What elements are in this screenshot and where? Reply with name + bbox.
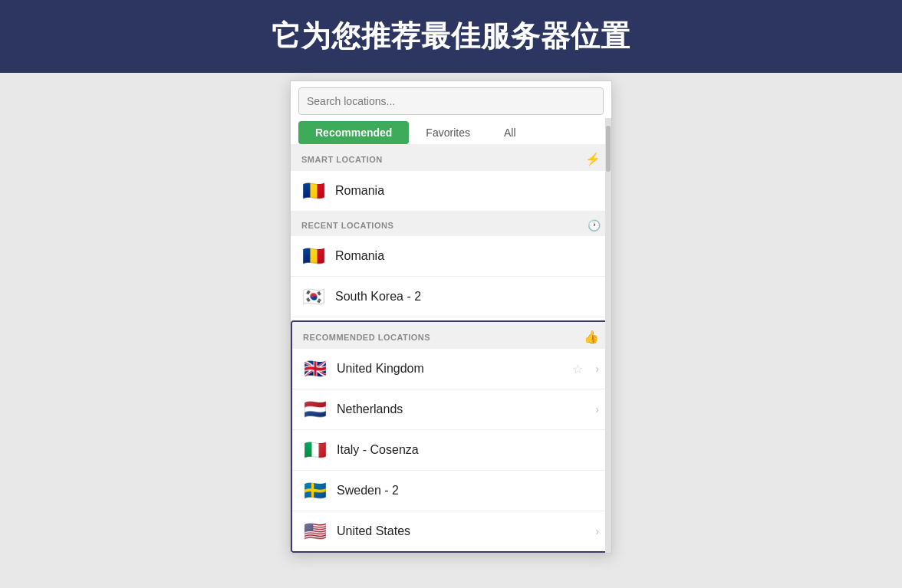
uk-flag: 🇬🇧 — [303, 358, 328, 379]
netherlands-name: Netherlands — [337, 402, 589, 416]
scrollbar-thumb[interactable] — [606, 126, 611, 172]
recent-south-korea-name: South Korea - 2 — [335, 290, 601, 304]
uk-name: United Kingdom — [337, 362, 572, 376]
sweden-name: Sweden - 2 — [337, 484, 599, 498]
recommended-locations-header: RECOMMENDED LOCATIONS 👍 — [292, 322, 610, 349]
smart-location-section-header: SMART LOCATION ⚡ — [291, 144, 611, 171]
smart-location-item[interactable]: 🇷🇴 Romania — [291, 171, 611, 212]
app-container: Recommended Favorites All SMART LOCATION… — [0, 73, 902, 588]
recent-locations-label: RECENT LOCATIONS — [301, 221, 393, 230]
italy-location-item[interactable]: 🇮🇹 Italy - Cosenza — [292, 430, 610, 471]
smart-location-label: SMART LOCATION — [301, 155, 383, 164]
recent-romania-item[interactable]: 🇷🇴 Romania — [291, 236, 611, 277]
scrollbar[interactable] — [605, 118, 611, 553]
uk-location-item[interactable]: 🇬🇧 United Kingdom ☆ › — [292, 349, 610, 389]
netherlands-flag: 🇳🇱 — [303, 399, 328, 420]
recent-locations-section-header: RECENT LOCATIONS 🕐 — [291, 212, 611, 236]
tabs-row: Recommended Favorites All — [291, 115, 611, 144]
netherlands-location-item[interactable]: 🇳🇱 Netherlands › — [292, 389, 610, 430]
romania-smart-flag: 🇷🇴 — [301, 180, 326, 202]
us-arrow-icon[interactable]: › — [595, 525, 599, 537]
uk-arrow-icon[interactable]: › — [595, 363, 599, 375]
tab-favorites[interactable]: Favorites — [409, 121, 487, 144]
smart-location-name: Romania — [335, 184, 601, 198]
recommended-locations-section: RECOMMENDED LOCATIONS 👍 🇬🇧 United Kingdo… — [291, 320, 611, 553]
thumbsup-icon: 👍 — [584, 330, 599, 344]
recent-south-korea-flag: 🇰🇷 — [301, 286, 326, 307]
sweden-location-item[interactable]: 🇸🇪 Sweden - 2 — [292, 471, 610, 511]
recommended-locations-label: RECOMMENDED LOCATIONS — [303, 333, 430, 342]
recent-south-korea-item[interactable]: 🇰🇷 South Korea - 2 — [291, 277, 611, 317]
uk-star-icon[interactable]: ☆ — [572, 362, 583, 376]
recent-romania-name: Romania — [335, 249, 601, 263]
lightning-icon: ⚡ — [585, 152, 601, 166]
header-title: 它为您推荐最佳服务器位置 — [0, 17, 902, 56]
search-bar-area — [291, 81, 611, 115]
us-name: United States — [337, 524, 589, 538]
us-flag: 🇺🇸 — [303, 521, 328, 542]
panel-content: SMART LOCATION ⚡ 🇷🇴 Romania RECENT LOCAT… — [291, 144, 611, 553]
clock-icon: 🕐 — [588, 219, 601, 232]
tab-recommended[interactable]: Recommended — [298, 121, 409, 144]
recent-romania-flag: 🇷🇴 — [301, 245, 326, 267]
italy-name: Italy - Cosenza — [337, 443, 599, 457]
italy-flag: 🇮🇹 — [303, 439, 328, 461]
header-banner: 它为您推荐最佳服务器位置 — [0, 0, 902, 73]
tab-all[interactable]: All — [487, 121, 533, 144]
us-location-item[interactable]: 🇺🇸 United States › — [292, 511, 610, 551]
search-input[interactable] — [298, 87, 604, 115]
vpn-panel: Recommended Favorites All SMART LOCATION… — [290, 80, 612, 554]
sweden-flag: 🇸🇪 — [303, 480, 328, 501]
netherlands-arrow-icon[interactable]: › — [595, 403, 599, 416]
